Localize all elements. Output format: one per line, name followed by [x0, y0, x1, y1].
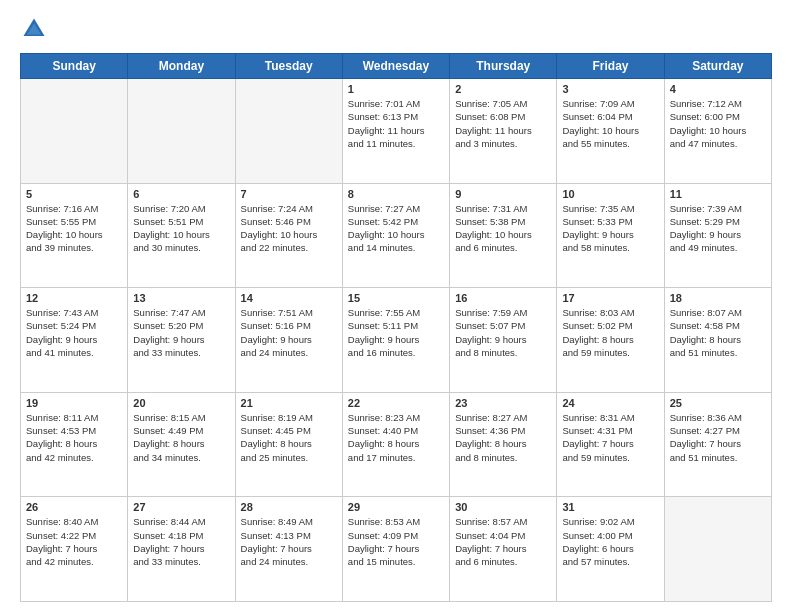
calendar-cell: 22Sunrise: 8:23 AMSunset: 4:40 PMDayligh… — [342, 392, 449, 497]
day-number: 25 — [670, 397, 766, 409]
calendar-cell: 7Sunrise: 7:24 AMSunset: 5:46 PMDaylight… — [235, 183, 342, 288]
cell-content: Sunrise: 8:49 AMSunset: 4:13 PMDaylight:… — [241, 515, 337, 568]
cell-content: Sunrise: 7:16 AMSunset: 5:55 PMDaylight:… — [26, 202, 122, 255]
cell-content: Sunrise: 7:51 AMSunset: 5:16 PMDaylight:… — [241, 306, 337, 359]
calendar-cell: 4Sunrise: 7:12 AMSunset: 6:00 PMDaylight… — [664, 79, 771, 184]
day-number: 7 — [241, 188, 337, 200]
calendar-cell: 1Sunrise: 7:01 AMSunset: 6:13 PMDaylight… — [342, 79, 449, 184]
day-number: 11 — [670, 188, 766, 200]
cell-content: Sunrise: 8:27 AMSunset: 4:36 PMDaylight:… — [455, 411, 551, 464]
calendar-cell: 23Sunrise: 8:27 AMSunset: 4:36 PMDayligh… — [450, 392, 557, 497]
week-row-3: 19Sunrise: 8:11 AMSunset: 4:53 PMDayligh… — [21, 392, 772, 497]
cell-content: Sunrise: 7:09 AMSunset: 6:04 PMDaylight:… — [562, 97, 658, 150]
cell-content: Sunrise: 8:40 AMSunset: 4:22 PMDaylight:… — [26, 515, 122, 568]
cell-content: Sunrise: 8:57 AMSunset: 4:04 PMDaylight:… — [455, 515, 551, 568]
day-number: 17 — [562, 292, 658, 304]
calendar-cell: 12Sunrise: 7:43 AMSunset: 5:24 PMDayligh… — [21, 288, 128, 393]
cell-content: Sunrise: 8:36 AMSunset: 4:27 PMDaylight:… — [670, 411, 766, 464]
cell-content: Sunrise: 8:23 AMSunset: 4:40 PMDaylight:… — [348, 411, 444, 464]
day-number: 13 — [133, 292, 229, 304]
calendar-cell: 28Sunrise: 8:49 AMSunset: 4:13 PMDayligh… — [235, 497, 342, 602]
day-number: 5 — [26, 188, 122, 200]
calendar-cell: 15Sunrise: 7:55 AMSunset: 5:11 PMDayligh… — [342, 288, 449, 393]
calendar-page: SundayMondayTuesdayWednesdayThursdayFrid… — [0, 0, 792, 612]
col-header-sunday: Sunday — [21, 54, 128, 79]
cell-content: Sunrise: 8:07 AMSunset: 4:58 PMDaylight:… — [670, 306, 766, 359]
calendar-cell: 5Sunrise: 7:16 AMSunset: 5:55 PMDaylight… — [21, 183, 128, 288]
calendar-cell: 11Sunrise: 7:39 AMSunset: 5:29 PMDayligh… — [664, 183, 771, 288]
col-header-wednesday: Wednesday — [342, 54, 449, 79]
cell-content: Sunrise: 7:27 AMSunset: 5:42 PMDaylight:… — [348, 202, 444, 255]
calendar-table: SundayMondayTuesdayWednesdayThursdayFrid… — [20, 53, 772, 602]
calendar-cell: 6Sunrise: 7:20 AMSunset: 5:51 PMDaylight… — [128, 183, 235, 288]
col-header-monday: Monday — [128, 54, 235, 79]
day-number: 15 — [348, 292, 444, 304]
cell-content: Sunrise: 7:24 AMSunset: 5:46 PMDaylight:… — [241, 202, 337, 255]
cell-content: Sunrise: 8:31 AMSunset: 4:31 PMDaylight:… — [562, 411, 658, 464]
day-number: 10 — [562, 188, 658, 200]
calendar-cell: 27Sunrise: 8:44 AMSunset: 4:18 PMDayligh… — [128, 497, 235, 602]
day-number: 27 — [133, 501, 229, 513]
calendar-cell — [128, 79, 235, 184]
day-number: 23 — [455, 397, 551, 409]
cell-content: Sunrise: 8:53 AMSunset: 4:09 PMDaylight:… — [348, 515, 444, 568]
cell-content: Sunrise: 8:44 AMSunset: 4:18 PMDaylight:… — [133, 515, 229, 568]
calendar-cell: 29Sunrise: 8:53 AMSunset: 4:09 PMDayligh… — [342, 497, 449, 602]
calendar-cell: 26Sunrise: 8:40 AMSunset: 4:22 PMDayligh… — [21, 497, 128, 602]
col-header-saturday: Saturday — [664, 54, 771, 79]
day-number: 26 — [26, 501, 122, 513]
calendar-cell: 16Sunrise: 7:59 AMSunset: 5:07 PMDayligh… — [450, 288, 557, 393]
cell-content: Sunrise: 8:15 AMSunset: 4:49 PMDaylight:… — [133, 411, 229, 464]
day-number: 12 — [26, 292, 122, 304]
day-number: 28 — [241, 501, 337, 513]
cell-content: Sunrise: 7:59 AMSunset: 5:07 PMDaylight:… — [455, 306, 551, 359]
cell-content: Sunrise: 7:31 AMSunset: 5:38 PMDaylight:… — [455, 202, 551, 255]
col-header-tuesday: Tuesday — [235, 54, 342, 79]
day-number: 30 — [455, 501, 551, 513]
calendar-cell: 9Sunrise: 7:31 AMSunset: 5:38 PMDaylight… — [450, 183, 557, 288]
cell-content: Sunrise: 9:02 AMSunset: 4:00 PMDaylight:… — [562, 515, 658, 568]
calendar-cell — [664, 497, 771, 602]
cell-content: Sunrise: 7:55 AMSunset: 5:11 PMDaylight:… — [348, 306, 444, 359]
calendar-cell: 21Sunrise: 8:19 AMSunset: 4:45 PMDayligh… — [235, 392, 342, 497]
calendar-cell: 20Sunrise: 8:15 AMSunset: 4:49 PMDayligh… — [128, 392, 235, 497]
calendar-cell: 24Sunrise: 8:31 AMSunset: 4:31 PMDayligh… — [557, 392, 664, 497]
col-header-thursday: Thursday — [450, 54, 557, 79]
calendar-cell: 8Sunrise: 7:27 AMSunset: 5:42 PMDaylight… — [342, 183, 449, 288]
cell-content: Sunrise: 7:05 AMSunset: 6:08 PMDaylight:… — [455, 97, 551, 150]
week-row-0: 1Sunrise: 7:01 AMSunset: 6:13 PMDaylight… — [21, 79, 772, 184]
day-number: 29 — [348, 501, 444, 513]
day-number: 6 — [133, 188, 229, 200]
cell-content: Sunrise: 7:20 AMSunset: 5:51 PMDaylight:… — [133, 202, 229, 255]
calendar-cell: 13Sunrise: 7:47 AMSunset: 5:20 PMDayligh… — [128, 288, 235, 393]
calendar-cell: 14Sunrise: 7:51 AMSunset: 5:16 PMDayligh… — [235, 288, 342, 393]
calendar-cell: 19Sunrise: 8:11 AMSunset: 4:53 PMDayligh… — [21, 392, 128, 497]
day-number: 31 — [562, 501, 658, 513]
header — [20, 15, 772, 43]
calendar-cell: 3Sunrise: 7:09 AMSunset: 6:04 PMDaylight… — [557, 79, 664, 184]
cell-content: Sunrise: 7:12 AMSunset: 6:00 PMDaylight:… — [670, 97, 766, 150]
day-number: 21 — [241, 397, 337, 409]
day-number: 2 — [455, 83, 551, 95]
calendar-cell: 31Sunrise: 9:02 AMSunset: 4:00 PMDayligh… — [557, 497, 664, 602]
calendar-cell: 2Sunrise: 7:05 AMSunset: 6:08 PMDaylight… — [450, 79, 557, 184]
cell-content: Sunrise: 7:35 AMSunset: 5:33 PMDaylight:… — [562, 202, 658, 255]
calendar-cell: 25Sunrise: 8:36 AMSunset: 4:27 PMDayligh… — [664, 392, 771, 497]
logo — [20, 15, 52, 43]
week-row-1: 5Sunrise: 7:16 AMSunset: 5:55 PMDaylight… — [21, 183, 772, 288]
day-number: 18 — [670, 292, 766, 304]
cell-content: Sunrise: 7:01 AMSunset: 6:13 PMDaylight:… — [348, 97, 444, 150]
week-row-2: 12Sunrise: 7:43 AMSunset: 5:24 PMDayligh… — [21, 288, 772, 393]
day-number: 8 — [348, 188, 444, 200]
calendar-cell: 18Sunrise: 8:07 AMSunset: 4:58 PMDayligh… — [664, 288, 771, 393]
day-number: 14 — [241, 292, 337, 304]
day-number: 24 — [562, 397, 658, 409]
calendar-cell: 10Sunrise: 7:35 AMSunset: 5:33 PMDayligh… — [557, 183, 664, 288]
day-number: 22 — [348, 397, 444, 409]
logo-icon — [20, 15, 48, 43]
day-number: 16 — [455, 292, 551, 304]
day-number: 19 — [26, 397, 122, 409]
day-number: 9 — [455, 188, 551, 200]
day-number: 3 — [562, 83, 658, 95]
calendar-cell — [21, 79, 128, 184]
